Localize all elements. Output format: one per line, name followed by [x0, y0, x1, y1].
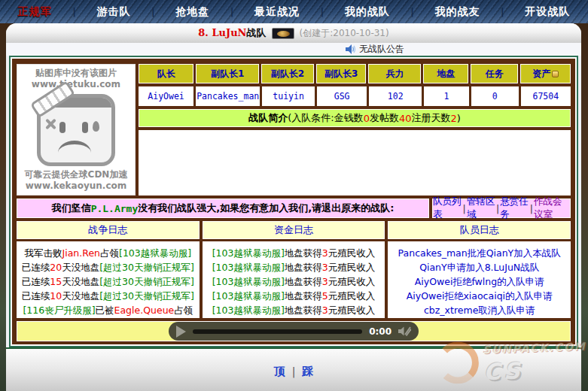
log-entry: QianY申请加入8.LuJuN战队 — [388, 260, 570, 274]
created-date: (创建于:2010-10-31) — [300, 27, 389, 40]
sad-face-icon — [37, 94, 115, 166]
audio-row: 0:00 — [17, 321, 571, 341]
header-vice3: 副队长3 — [316, 64, 367, 83]
link-member-list[interactable]: 队员列表 — [433, 196, 462, 221]
log-entry: AiyOwei拒绝fwlng的入队申请 — [388, 274, 570, 289]
member-log-column: 队员日志 Pancakes_man批准QianY加入本战队QianY申请加入8.… — [388, 221, 571, 318]
nav-item-create-team[interactable]: 开设战队 — [525, 5, 570, 19]
notice-row: 无战队公告 — [6, 43, 581, 56]
assets-value: 67504 — [521, 86, 571, 106]
info-table-value-row: AiyOwei Pancakes_man tuiyin GSG 102 1 0 … — [139, 86, 571, 106]
log-entry: [103越狱暴动服]地盘获得3元殖民收入 — [203, 303, 385, 317]
log-entry: [103越狱暴动服]地盘获得3元殖民收入 — [203, 260, 385, 274]
war-log-body: 我军击败Jian.Ren占领[103越狱暴动服]已连续20天没地盘[超过30天撤… — [17, 241, 200, 318]
war-log-column: 战争日志 我军击败Jian.Ren占领[103越狱暴动服]已连续20天没地盘[超… — [17, 221, 200, 318]
log-entry: Pancakes_man批准QianY加入本战队 — [388, 246, 570, 260]
header-troops: 兵力 — [368, 64, 421, 83]
intro-bar: 战队简介 (入队条件:金钱数0 发帖数40 注册天数2) — [139, 109, 571, 127]
log-entry: [116丧尸升级服]已被Eagle.Queue占领 — [17, 303, 199, 317]
vote-separator: | — [292, 365, 296, 377]
link-war-room[interactable]: 作战会议室 — [534, 196, 570, 221]
nav-item-grab-territory[interactable]: 抢地盘 — [175, 5, 209, 19]
announcement-banner: 我们坚信P.L.Army没有我们战队强大,如果您有意加入我们,请退出原来的战队: — [17, 199, 429, 218]
title-bar: 8. LuJuN战队 (创建于:2010-10-31) — [6, 23, 581, 43]
log-entry: [103越狱暴动服]地盘获得3元殖民收入 — [203, 246, 385, 260]
nav-item-my-team[interactable]: 我的战队 — [345, 5, 390, 19]
notice-text: 无战队公告 — [359, 43, 404, 56]
speaker-icon — [346, 44, 356, 54]
link-bounty-missions[interactable]: 悬赏任务 — [500, 196, 529, 221]
member-log-title: 队员日志 — [388, 221, 571, 239]
fund-log-body: [103越狱暴动服]地盘获得3元殖民收入[103越狱暴动服]地盘获得3元殖民收入… — [203, 241, 385, 318]
nav-item-my-comrades[interactable]: 我的战友 — [435, 5, 480, 19]
top-nav: 正规军 | 游击队 | 抢地盘 | 最近战况 | 我的战队 | 我的战友 | 开… — [0, 0, 588, 23]
fund-log-title: 资金日志 — [203, 221, 385, 239]
log-entry: cbz_xtreme取消入队申请 — [388, 303, 570, 317]
log-entry: 我军击败Jian.Ren占领[103越狱暴动服] — [17, 246, 199, 260]
header-vice2: 副队长2 — [261, 64, 314, 83]
upvote-link[interactable]: 顶 — [274, 365, 285, 379]
team-image-placeholder: 贴图库中没有该图片 www.tietuku.com 可靠云提供全球CDN加速 w… — [17, 64, 136, 196]
nav-separator: | — [230, 6, 234, 17]
team-links: 队员列表|管辖区域|悬赏任务|作战会议室 — [432, 199, 571, 218]
main-panel: 8. LuJuN战队 (创建于:2010-10-31) 无战队公告 贴图库中没 — [6, 23, 581, 391]
header-vice1: 副队长1 — [196, 64, 259, 83]
troops-value: 102 — [369, 86, 422, 106]
nav-separator: | — [501, 6, 504, 17]
vice3-name[interactable]: GSG — [317, 86, 367, 106]
territory-value: 1 — [424, 86, 469, 106]
content-frame: 贴图库中没有该图片 www.tietuku.com 可靠云提供全球CDN加速 w… — [9, 56, 578, 347]
nav-item-regular-army[interactable]: 正规军 — [18, 5, 52, 19]
log-entry: [103越狱暴动服]地盘获得5元殖民收入 — [203, 289, 385, 303]
nav-item-recent-battles[interactable]: 最近战况 — [254, 5, 300, 19]
vice2-name[interactable]: tuiyin — [262, 86, 315, 106]
log-entry: AiyOwei拒绝xiaocaiqi的入队申请 — [388, 289, 570, 303]
log-entry: 已连续10天没地盘[超过30天撤销正规军] — [17, 289, 199, 303]
captain-name[interactable]: AiyOwei — [139, 86, 193, 106]
header-missions: 任务 — [471, 64, 518, 83]
log-entry: [103越狱暴动服]地盘获得3元殖民收入 — [203, 274, 385, 289]
info-table-header-row: 队长 副队长1 副队长2 副队长3 兵力 地盘 任务 资产 — [139, 64, 571, 83]
log-entry: 已连续15天没地盘[超过30天撤销正规军] — [17, 274, 199, 289]
nav-item-guerrilla[interactable]: 游击队 — [97, 5, 131, 19]
nav-separator: | — [321, 6, 324, 17]
nav-separator: | — [72, 6, 76, 17]
vice1-name[interactable]: Pancakes_man — [196, 86, 260, 106]
team-name: 8. LuJuN — [198, 27, 246, 38]
member-log-body: Pancakes_man批准QianY加入本战队QianY申请加入8.LuJuN… — [388, 241, 571, 318]
placeholder-cdn-text: 可靠云提供全球CDN加速 — [19, 169, 133, 180]
missions-value: 0 — [471, 86, 519, 106]
audio-progress-bar[interactable] — [193, 329, 362, 334]
placeholder-cdn-url: www.kekaoyun.com — [19, 180, 133, 192]
log-entry: 已连续20天没地盘[超过30天撤销正规军] — [17, 260, 199, 274]
fund-log-column: 资金日志 [103越狱暴动服]地盘获得3元殖民收入[103越狱暴动服]地盘获得3… — [203, 221, 385, 318]
downvote-link[interactable]: 踩 — [302, 365, 313, 379]
page-title: 8. LuJuN战队 — [198, 26, 266, 40]
team-badge-icon — [272, 28, 294, 39]
clan-page: 正规军 | 游击队 | 抢地盘 | 最近战况 | 我的战队 | 我的战友 | 开… — [0, 0, 588, 391]
link-territory[interactable]: 管辖区域 — [467, 196, 495, 221]
footer: 顶 | 踩 — [6, 347, 581, 391]
nav-separator: | — [151, 6, 155, 17]
header-territory: 地盘 — [423, 64, 468, 83]
header-assets: 资产 — [520, 64, 571, 83]
header-captain: 队长 — [139, 64, 193, 83]
placeholder-url: www.tietuku.com — [19, 79, 133, 90]
mute-icon[interactable] — [398, 326, 411, 337]
placeholder-text: 贴图库中没有该图片 — [19, 68, 133, 79]
team-description-box — [139, 130, 571, 196]
audio-time: 0:00 — [369, 326, 391, 337]
audio-player: 0:00 — [169, 322, 419, 341]
play-button[interactable] — [176, 326, 186, 338]
war-log-title: 战争日志 — [17, 221, 200, 239]
nav-separator: | — [410, 6, 414, 17]
coin-icon — [552, 71, 559, 77]
